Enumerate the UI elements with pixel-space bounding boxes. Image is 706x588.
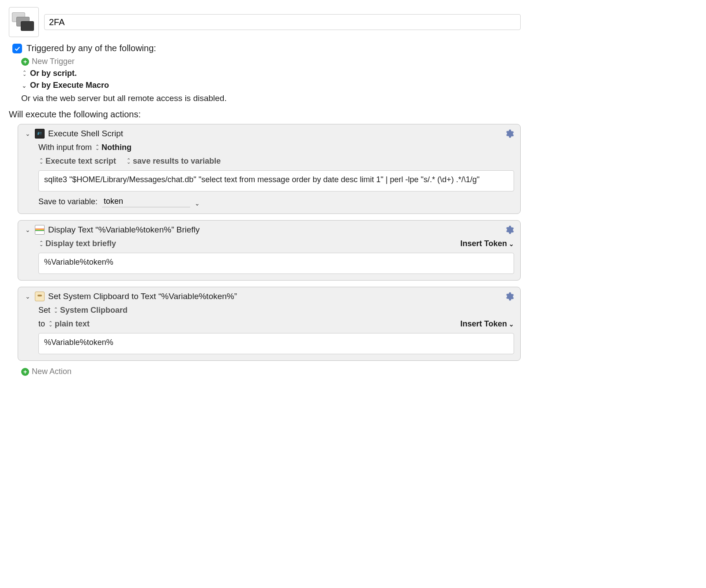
or-web-server-text: Or via the web server but all remote acc… (9, 94, 521, 103)
chevron-down-icon[interactable] (24, 293, 31, 300)
save-to-variable-input[interactable] (102, 196, 190, 207)
chevron-down-icon[interactable] (24, 226, 31, 233)
action-title: Display Text “%Variable%token%” Briefly (48, 225, 200, 235)
insert-token-label: Insert Token (460, 319, 507, 329)
save-mode-label: save results to variable (133, 157, 221, 166)
macro-title-input[interactable] (44, 14, 521, 30)
updown-icon (94, 145, 100, 151)
trigger-row: Triggered by any of the following: (9, 43, 521, 53)
action-title: Set System Clipboard to Text “%Variable%… (48, 292, 237, 301)
action-title: Execute Shell Script (48, 129, 123, 139)
trigger-enabled-checkbox[interactable] (12, 44, 22, 53)
action-header[interactable]: Set System Clipboard to Text “%Variable%… (18, 287, 520, 304)
display-text-textarea[interactable]: %Variable%token% (38, 253, 514, 274)
action-display-text: Display Text “%Variable%token%” Briefly … (18, 220, 521, 281)
macro-header (9, 7, 521, 37)
plus-icon: + (21, 368, 29, 376)
to-label: to (38, 319, 45, 329)
action-header[interactable]: Display Text “%Variable%token%” Briefly (18, 221, 520, 237)
plus-icon: + (21, 58, 29, 66)
display-mode-dropdown[interactable]: Display text briefly (38, 239, 116, 248)
variable-dropdown[interactable] (195, 198, 201, 205)
chevron-down-icon[interactable] (24, 130, 31, 137)
updown-icon (53, 307, 58, 314)
insert-token-label: Insert Token (460, 239, 507, 248)
terminal-icon (35, 129, 45, 139)
updown-icon (38, 241, 44, 247)
gear-icon[interactable] (504, 225, 514, 235)
with-input-value: Nothing (101, 143, 131, 152)
new-trigger-row[interactable]: + New Trigger (9, 57, 521, 66)
to-format-dropdown[interactable]: plain text (48, 319, 90, 329)
shell-script-textarea[interactable]: sqlite3 "$HOME/Library/Messages/chat.db"… (38, 170, 514, 191)
with-input-label: With input from (38, 143, 92, 152)
set-label: Set (38, 306, 50, 315)
chevron-down-icon (509, 239, 514, 248)
to-format-value: plain text (55, 319, 90, 329)
display-mode-label: Display text briefly (45, 239, 116, 248)
new-action-row[interactable]: + New Action (9, 367, 521, 376)
updown-icon (48, 321, 53, 327)
set-target-value: System Clipboard (60, 306, 128, 315)
will-execute-heading: Will execute the following actions: (9, 109, 521, 120)
insert-token-button[interactable]: Insert Token (460, 319, 514, 329)
updown-icon (126, 158, 131, 165)
or-by-execute-macro-row[interactable]: Or by Execute Macro (9, 81, 521, 90)
window-icon (35, 225, 45, 235)
gear-icon[interactable] (504, 292, 514, 301)
or-by-script-label: Or by script. (30, 69, 77, 78)
new-trigger-label: New Trigger (32, 57, 75, 66)
clipboard-text-textarea[interactable]: %Variable%token% (38, 333, 514, 354)
set-target-dropdown[interactable]: System Clipboard (53, 306, 128, 315)
save-to-variable-label: Save to variable: (38, 197, 98, 206)
new-action-label: New Action (32, 367, 71, 376)
chevron-down-icon (509, 319, 514, 329)
or-by-script-row[interactable]: Or by script. (9, 69, 521, 78)
save-mode-dropdown[interactable]: save results to variable (126, 157, 221, 166)
action-execute-shell-script: Execute Shell Script With input from Not… (18, 124, 521, 214)
with-input-dropdown[interactable]: Nothing (94, 143, 131, 152)
or-by-execute-macro-label: Or by Execute Macro (30, 81, 109, 90)
action-set-clipboard: Set System Clipboard to Text “%Variable%… (18, 287, 521, 361)
execute-mode-dropdown[interactable]: Execute text script (38, 157, 116, 166)
updown-icon (38, 158, 44, 165)
clipboard-icon (35, 292, 45, 301)
gear-icon[interactable] (504, 129, 514, 139)
execute-mode-label: Execute text script (45, 157, 116, 166)
chevron-down-icon (21, 82, 27, 89)
insert-token-button[interactable]: Insert Token (460, 239, 514, 248)
macro-icon[interactable] (9, 7, 39, 37)
trigger-label: Triggered by any of the following: (26, 43, 156, 53)
action-header[interactable]: Execute Shell Script (18, 124, 520, 141)
updown-icon (21, 71, 27, 77)
